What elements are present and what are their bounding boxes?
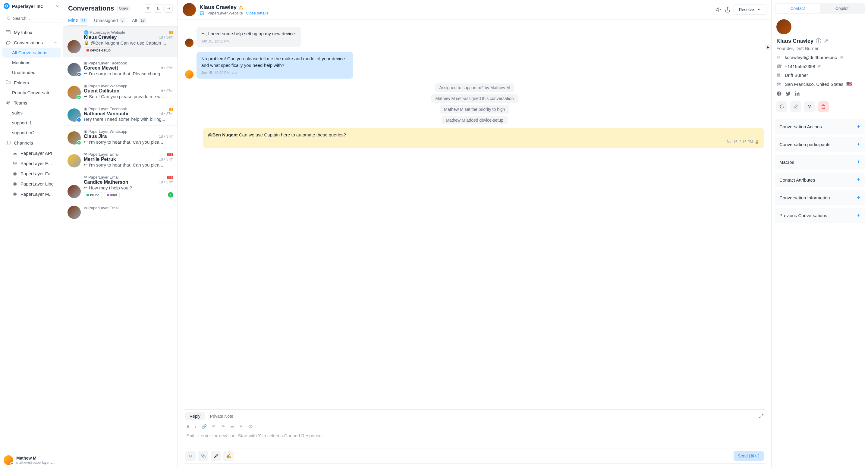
conversation-item[interactable]: ● ◉PaperLayer Whatsapp Claus Jira1d • 37… xyxy=(63,126,178,148)
twitter-icon[interactable] xyxy=(785,91,791,96)
system-message: Mathew M set the priority to high xyxy=(440,105,509,113)
nav-channel-email[interactable]: ✉PaperLayer E... xyxy=(2,158,61,168)
nav-mentions[interactable]: Mentions xyxy=(2,58,61,67)
code-icon[interactable]: </> xyxy=(247,424,253,429)
status-badge[interactable]: Open xyxy=(117,6,130,11)
italic-icon[interactable]: I xyxy=(195,424,196,429)
undo-icon[interactable]: ↶ xyxy=(212,424,216,429)
tab-unassigned[interactable]: Unassigned5 xyxy=(94,18,125,26)
nav-channels[interactable]: Channels xyxy=(2,138,61,148)
accordion-section[interactable]: Conversation Information+ xyxy=(775,190,865,205)
link-icon[interactable]: 🔗 xyxy=(202,424,207,429)
globe-icon: 🌐 xyxy=(199,11,204,15)
facebook-icon[interactable] xyxy=(776,91,782,96)
conversation-preview: ↩ How may i help you ? xyxy=(84,185,173,190)
nav-team-sales[interactable]: sales xyxy=(2,108,61,118)
conversation-item[interactable]: ✉PaperLayer Email xyxy=(63,202,178,223)
nav-all-conversations[interactable]: All Conversations xyxy=(2,47,61,58)
reply-tab[interactable]: Reply xyxy=(185,412,205,421)
info-icon[interactable]: ⓘ xyxy=(816,37,821,44)
details-tabs: Contact Copilot xyxy=(775,3,865,14)
contact-avatar[interactable] xyxy=(183,3,196,16)
channel-badge-icon: ● xyxy=(76,72,82,77)
tab-all[interactable]: All18 xyxy=(132,18,147,26)
nav-unattended[interactable]: Unattended xyxy=(2,67,61,77)
conversation-item[interactable]: ✉PaperLayer Email▮▮▮ Merrile Petruk1d • … xyxy=(63,148,178,171)
compose-textarea[interactable]: Shift + enter for new line. Start with '… xyxy=(182,430,767,448)
nav-priority-folder[interactable]: Priority Conversati... xyxy=(2,88,61,98)
copy-icon[interactable]: ⎘ xyxy=(818,64,821,69)
contact-company: Drift Burner xyxy=(785,73,808,78)
new-conversation-button[interactable] xyxy=(776,101,787,112)
tab-copilot[interactable]: Copilot xyxy=(820,4,864,13)
nav-channel-facebook[interactable]: ◉PaperLayer Fa... xyxy=(2,168,61,178)
private-note-tab[interactable]: Private Note xyxy=(206,412,238,421)
nav-channel-line[interactable]: ◉PaperLayer Line xyxy=(2,178,61,189)
accordion-section[interactable]: Contact Attributes+ xyxy=(775,173,865,187)
list-icon[interactable]: ☰ xyxy=(230,424,234,429)
conversation-preview: ↩ I'm sorry to hear that. Can you plea..… xyxy=(84,162,173,167)
external-link-icon[interactable]: ↗ xyxy=(824,38,828,44)
conversation-item[interactable]: ● ◉PaperLayer Facebook▮▮ Nathaniel Vannu… xyxy=(63,103,178,126)
collapse-button[interactable] xyxy=(164,4,173,13)
nav-channel-api[interactable]: ☁PaperLayer API xyxy=(2,148,61,158)
channel-icon: ✉ xyxy=(84,152,87,157)
search-input[interactable] xyxy=(13,16,66,21)
conversation-time: 1d • 37m xyxy=(159,89,173,93)
copy-icon[interactable]: ⎘ xyxy=(840,55,843,60)
workspace-switcher[interactable]: Paperlayer Inc xyxy=(0,0,63,12)
phone-icon: ☎ xyxy=(776,64,782,69)
emoji-button[interactable]: ☺ xyxy=(185,451,195,461)
delete-contact-button[interactable] xyxy=(818,101,829,112)
attach-button[interactable]: 📎 xyxy=(198,451,208,461)
mute-icon[interactable] xyxy=(715,7,721,13)
messenger-icon: ◉ xyxy=(12,191,18,197)
conversation-channel: PaperLayer Website xyxy=(90,30,125,35)
accordion-section[interactable]: Conversation participants+ xyxy=(775,137,865,152)
contact-location: San Francisco, United States xyxy=(785,81,843,87)
nav-team-support-m2[interactable]: support m2 xyxy=(2,128,61,138)
close-details-link[interactable]: Close details xyxy=(246,11,268,15)
sort-button[interactable] xyxy=(154,4,162,13)
lock-icon: 🔒 xyxy=(755,140,759,144)
linkedin-icon[interactable] xyxy=(795,91,800,96)
share-icon[interactable] xyxy=(724,7,731,13)
accordion-title: Conversation Information xyxy=(779,195,830,200)
collapse-details-icon[interactable]: ▶ xyxy=(765,44,771,50)
resolve-button[interactable]: Resolve xyxy=(734,4,767,15)
conversation-item[interactable]: ● ◉PaperLayer Whatsapp Quent Dalliston1d… xyxy=(63,80,178,103)
merge-contact-button[interactable] xyxy=(804,101,815,112)
search-box[interactable] xyxy=(3,14,69,23)
nav-team-support-l1[interactable]: support l1 xyxy=(2,118,61,128)
conversation-item[interactable]: 🌐PaperLayer Website▮▮ Klaus Crawley1d • … xyxy=(63,27,178,57)
line-icon: ◉ xyxy=(12,181,18,187)
chevron-down-icon xyxy=(757,7,761,12)
priority-icon: ▮▮ xyxy=(169,30,173,35)
svg-line-3 xyxy=(10,19,10,20)
chat-messages: ▶ Hi, I need some help setting up my new… xyxy=(178,20,771,407)
nav-inbox[interactable]: My Inbox xyxy=(2,27,61,37)
numbered-list-icon[interactable]: ≡ xyxy=(240,424,242,429)
nav-folders[interactable]: Folders xyxy=(2,77,61,88)
nav-teams[interactable]: Teams xyxy=(2,98,61,108)
audio-button[interactable]: 🎤 xyxy=(211,451,221,461)
send-button[interactable]: Send (⌘↵) xyxy=(734,451,764,461)
tab-contact[interactable]: Contact xyxy=(775,4,820,13)
redo-icon[interactable]: ↷ xyxy=(221,424,225,429)
accordion-section[interactable]: Macros+ xyxy=(775,155,865,170)
edit-contact-button[interactable] xyxy=(790,101,801,112)
nav-channel-messenger[interactable]: ◉PaperLayer M... xyxy=(2,189,61,199)
expand-icon[interactable] xyxy=(759,414,764,419)
conversation-item[interactable]: ● ◉PaperLayer Facebook Coreen Mewett1d •… xyxy=(63,57,178,80)
signature-button[interactable]: ✍ xyxy=(223,451,234,461)
nav-conversations[interactable]: Conversations xyxy=(2,37,61,47)
conversation-item[interactable]: ✉PaperLayer Email▮▮▮ Candice Matherson1d… xyxy=(63,171,178,202)
user-menu[interactable]: Mathew M mathew@paperlayer.c... xyxy=(0,452,63,468)
bold-icon[interactable]: B xyxy=(187,424,190,429)
accordion-section[interactable]: Conversation Actions+ xyxy=(775,119,865,134)
accordion-section[interactable]: Previous Conversations+ xyxy=(775,208,865,223)
contact-name: Klaus Crawley xyxy=(776,38,813,44)
filter-button[interactable] xyxy=(144,4,152,13)
tab-mine[interactable]: Mine11 xyxy=(68,18,87,26)
user-avatar xyxy=(4,455,13,465)
